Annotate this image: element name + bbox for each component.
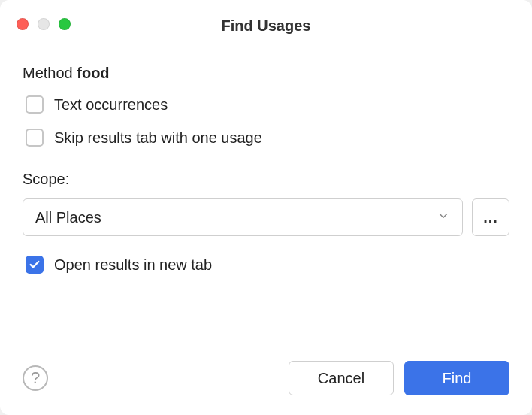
- minimize-window-icon: [38, 18, 50, 30]
- method-heading: Method food: [23, 65, 509, 82]
- find-button[interactable]: Find: [404, 361, 509, 395]
- help-icon: ?: [31, 368, 40, 388]
- dialog-footer: ? Cancel Find: [0, 361, 532, 415]
- dialog-title: Find Usages: [0, 17, 532, 35]
- open-new-tab-row[interactable]: Open results in new tab: [26, 256, 509, 274]
- skip-results-row[interactable]: Skip results tab with one usage: [26, 129, 509, 147]
- scope-more-button[interactable]: ...: [472, 198, 509, 236]
- footer-buttons: Cancel Find: [289, 361, 509, 395]
- cancel-button[interactable]: Cancel: [289, 361, 394, 395]
- text-occurrences-row[interactable]: Text occurrences: [26, 95, 509, 114]
- titlebar: Find Usages: [0, 0, 532, 38]
- open-new-tab-checkbox[interactable]: [26, 256, 44, 274]
- chevron-down-icon: [437, 209, 450, 226]
- scope-select[interactable]: All Places: [23, 198, 463, 236]
- maximize-window-icon[interactable]: [59, 18, 71, 30]
- close-window-icon[interactable]: [17, 18, 29, 30]
- skip-results-label: Skip results tab with one usage: [54, 129, 262, 147]
- text-occurrences-label: Text occurrences: [54, 96, 168, 114]
- method-prefix: Method: [23, 65, 77, 81]
- help-button[interactable]: ?: [23, 365, 48, 391]
- scope-value: All Places: [35, 209, 101, 226]
- scope-label: Scope:: [23, 171, 509, 188]
- window-controls: [17, 18, 71, 30]
- skip-results-checkbox[interactable]: [26, 129, 44, 147]
- open-new-tab-label: Open results in new tab: [54, 256, 212, 274]
- dialog-content: Method food Text occurrences Skip result…: [0, 38, 532, 361]
- text-occurrences-checkbox[interactable]: [26, 95, 44, 114]
- find-usages-dialog: Find Usages Method food Text occurrences…: [0, 0, 532, 415]
- method-name: food: [77, 65, 109, 81]
- scope-row: All Places ...: [23, 198, 509, 236]
